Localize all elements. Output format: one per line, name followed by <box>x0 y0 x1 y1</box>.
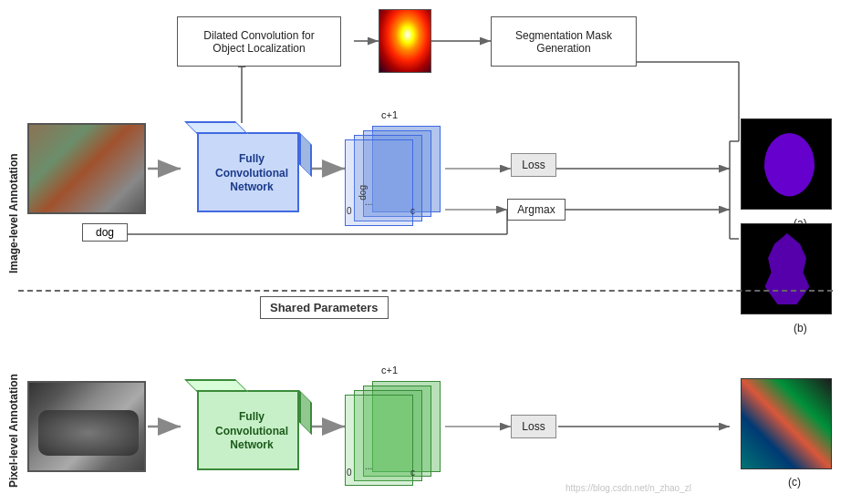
output-c-image <box>741 378 832 469</box>
loss-box-top: Loss <box>511 153 556 177</box>
shared-params-box: Shared Parameters <box>260 296 389 319</box>
diagram-container: Image-level Annotation Pixel-level Annot… <box>0 0 851 504</box>
output-a-image <box>741 118 832 210</box>
loss-box-bottom: Loss <box>511 415 556 438</box>
output-b-label: (b) <box>794 322 807 334</box>
output-b-image <box>741 223 832 314</box>
green-planes: c+1 0 ... c <box>345 381 450 481</box>
c1-label-top: c+1 <box>381 109 398 120</box>
heatmap-image <box>379 9 431 73</box>
output-c-label: (c) <box>788 476 801 489</box>
watermark: https://blog.csdn.net/n_zhao_zl <box>566 483 691 493</box>
seg-mask-box: Segmentation Mask Generation <box>491 16 637 67</box>
c1-label-bottom: c+1 <box>381 365 398 375</box>
blue-planes: c+1 0 dog ... c <box>345 126 450 221</box>
image-level-label: Image-level Annotation <box>7 91 20 273</box>
section-divider <box>18 290 833 292</box>
argmax-box: Argmax <box>507 199 566 221</box>
top-input-image <box>27 123 146 214</box>
fcn-cube-green: Fully Convolutional Network <box>181 379 310 477</box>
pixel-level-label: Pixel-level Annotation <box>7 351 20 488</box>
dog-label-box: dog <box>82 223 128 242</box>
dilated-conv-box: Dilated Convolution for Object Localizat… <box>177 16 341 67</box>
fcn-cube-blue: Fully Convolutional Network <box>181 121 310 219</box>
bottom-input-image <box>27 381 146 472</box>
